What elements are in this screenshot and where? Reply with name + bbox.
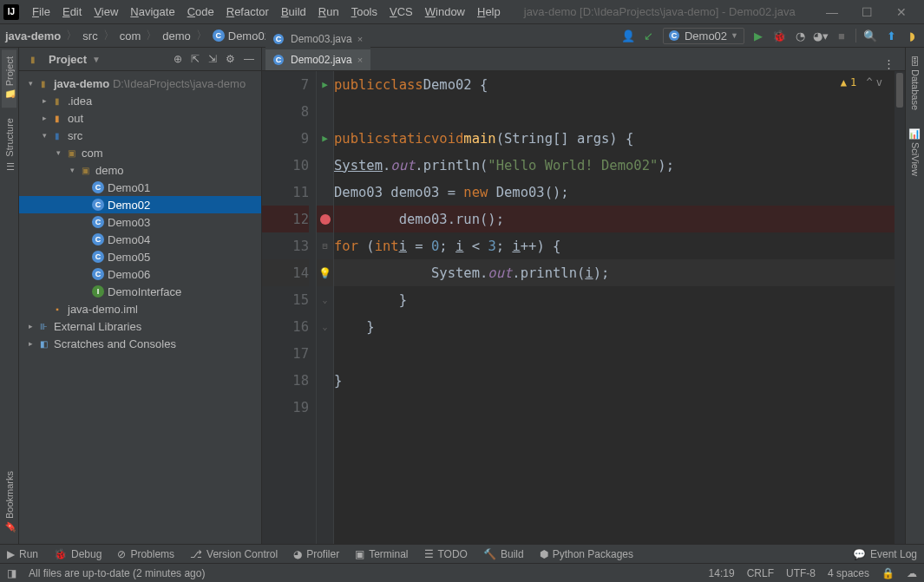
ide-help-button[interactable]: ◗ [905,29,919,43]
tree-iml[interactable]: ▪java-demo.iml [19,300,261,317]
close-tab-icon[interactable]: × [357,34,363,44]
coverage-button[interactable]: ◔ [793,29,807,43]
profile-button[interactable]: ◕▾ [814,29,828,43]
menu-file[interactable]: File [26,5,56,18]
menu-edit[interactable]: Edit [56,5,88,18]
add-user-icon[interactable]: 👤 [621,29,635,43]
project-icon: ▮ [26,53,40,65]
menu-refactor[interactable]: Refactor [220,5,275,18]
tw-terminal[interactable]: ▣ Terminal [355,548,408,560]
status-bar: ◨ All files are up-to-date (2 minutes ag… [0,563,924,582]
next-highlight-icon[interactable]: v [876,76,882,88]
editor-scrollbar[interactable] [895,71,905,544]
readonly-lock-icon[interactable]: 🔒 [881,567,895,579]
menu-view[interactable]: View [88,5,124,18]
tree-ext-lib[interactable]: ▸⊪External Libraries [19,317,261,335]
collapse-all-icon[interactable]: ⇲ [208,53,217,65]
prev-highlight-icon[interactable]: ^ [860,76,872,88]
memory-indicator-icon[interactable]: ☁ [907,567,917,579]
menu-tools[interactable]: Tools [345,5,383,18]
run-config-dropdown[interactable]: C Demo02 ▼ [663,28,744,44]
menu-window[interactable]: Window [419,5,471,18]
hide-panel-icon[interactable]: — [244,53,254,65]
tw-run[interactable]: ▶ Run [7,548,38,560]
project-tree[interactable]: ▾▮ java-demo D:\IdeaProjects\java-demo ▸… [19,71,261,544]
window-title: java-demo [D:\IdeaProjects\java-demo] - … [507,5,820,18]
file-encoding[interactable]: UTF-8 [786,567,816,579]
fold-icon[interactable]: ⊟ [322,241,327,251]
build-icon[interactable]: ↙ [642,29,656,43]
tw-build[interactable]: 🔨 Build [483,548,524,560]
fold-icon[interactable]: ⌄ [322,295,327,304]
tree-scratches[interactable]: ▸◧Scratches and Consoles [19,335,261,352]
indent-info[interactable]: 4 spaces [828,567,869,579]
fold-icon[interactable]: ⌄ [322,322,327,331]
tree-class-demo03[interactable]: CDemo03 [19,213,261,231]
inspection-summary[interactable]: ▲ 1 ^ v [841,76,882,88]
tree-class-demo06[interactable]: CDemo06 [19,265,261,283]
menu-code[interactable]: Code [181,5,220,18]
tree-com[interactable]: ▾▣com [19,144,261,161]
maximize-button[interactable]: ☐ [855,5,879,19]
stop-button[interactable]: ■ [835,29,849,43]
project-view-dropdown[interactable]: ▼ [92,55,101,64]
line-separator[interactable]: CRLF [747,567,774,579]
update-button[interactable]: ⬆ [884,29,898,43]
menu-vcs[interactable]: VCS [383,5,419,18]
left-tab-project[interactable]: 📁Project [2,49,16,108]
select-opened-icon[interactable]: ⊕ [174,53,182,65]
tree-idea[interactable]: ▸▮.idea [19,92,261,109]
minimize-button[interactable]: — [820,5,844,19]
project-panel: ▮ Project ▼ ⊕ ⇱ ⇲ ⚙ — ▾▮ java-demo D:\Id… [19,48,262,544]
search-button[interactable]: 🔍 [863,29,877,43]
tw-todo[interactable]: ☰ TODO [424,548,468,560]
menu-run[interactable]: Run [312,5,345,18]
tabs-more-icon[interactable]: ⋮ [883,57,901,70]
cursor-position[interactable]: 14:19 [709,567,735,579]
tree-class-demo04[interactable]: CDemo04 [19,231,261,248]
tw-event-log[interactable]: 💬 Event Log [853,548,917,560]
run-gutter-icon[interactable]: ▶ [322,79,328,90]
editor-area: CDemo03.java×CDemo02.java× ⋮ 78910111213… [262,48,905,544]
expand-all-icon[interactable]: ⇱ [191,53,200,65]
tw-problems[interactable]: ⊘ Problems [117,548,174,560]
tree-class-demo05[interactable]: CDemo05 [19,248,261,265]
close-button[interactable]: ✕ [889,5,914,19]
editor-tab[interactable]: CDemo03.java× [265,29,370,49]
editor-tabs: CDemo03.java×CDemo02.java× ⋮ [262,48,905,71]
left-tool-strip: 📁Project ☰Structure 🔖Bookmarks [0,48,19,544]
run-button[interactable]: ▶ [751,29,765,43]
tree-demo[interactable]: ▾▣demo [19,161,261,179]
status-message: All files are up-to-date (2 minutes ago) [29,567,205,579]
editor-tab[interactable]: CDemo02.java× [265,49,370,70]
breakpoint-icon[interactable] [320,214,331,225]
close-tab-icon[interactable]: × [357,55,363,65]
settings-icon[interactable]: ⚙ [226,53,235,65]
tw-vcs[interactable]: ⎇ Version Control [190,548,278,560]
left-tab-structure[interactable]: ☰Structure [2,111,16,179]
right-tab-sciview[interactable]: 📊SciView [908,121,922,183]
scrollbar-thumb[interactable] [896,73,903,108]
bottom-tool-bar: ▶ Run 🐞 Debug ⊘ Problems ⎇ Version Contr… [0,544,924,563]
tree-class-demo01[interactable]: CDemo01 [19,179,261,196]
tool-windows-toggle-icon[interactable]: ◨ [7,567,16,579]
tree-class-demo02[interactable]: CDemo02 [19,196,261,213]
tw-debug[interactable]: 🐞 Debug [54,548,102,560]
debug-button[interactable]: 🐞 [772,29,786,43]
tree-src[interactable]: ▾▮src [19,127,261,144]
left-tab-bookmarks[interactable]: 🔖Bookmarks [2,464,16,540]
tree-interface[interactable]: IDemoInterface [19,283,261,300]
menu-help[interactable]: Help [471,5,507,18]
menu-navigate[interactable]: Navigate [124,5,180,18]
menu-build[interactable]: Build [275,5,312,18]
project-panel-header: ▮ Project ▼ ⊕ ⇱ ⇲ ⚙ — [19,48,261,71]
tree-out[interactable]: ▸▮out [19,109,261,127]
tw-python[interactable]: ⬢ Python Packages [540,548,633,560]
run-gutter-icon[interactable]: ▶ [322,133,328,144]
tree-root[interactable]: ▾▮ java-demo D:\IdeaProjects\java-demo [19,75,261,92]
warning-icon: ▲ [841,76,847,88]
intention-bulb-icon[interactable]: 💡 [318,267,331,279]
code-editor[interactable]: 78910111213141516171819 ▶▶⊟💡⌄⌄ public cl… [262,71,905,544]
right-tab-database[interactable]: 🗄Database [908,49,922,117]
tw-profiler[interactable]: ◕ Profiler [293,548,339,560]
